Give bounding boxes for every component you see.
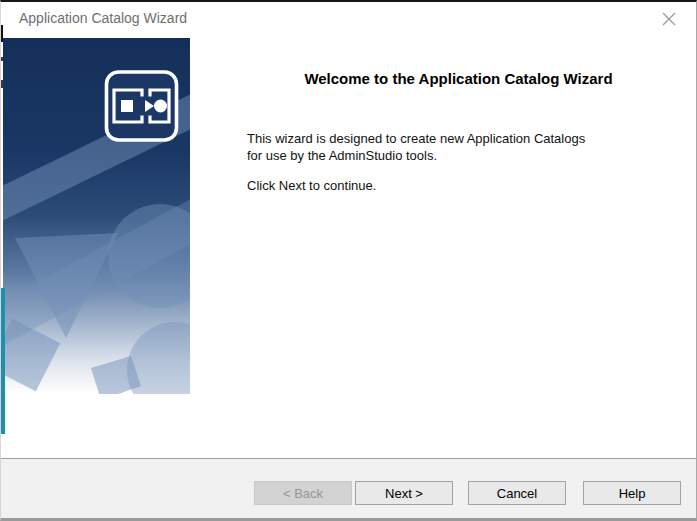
help-button[interactable]: Help — [583, 481, 681, 505]
window-title: Application Catalog Wizard — [19, 2, 187, 35]
next-button[interactable]: Next > — [355, 481, 453, 505]
left-edge-mark — [1, 80, 3, 88]
wizard-page-content: Welcome to the Application Catalog Wizar… — [190, 38, 696, 194]
application-catalog-conversion-icon — [107, 72, 177, 140]
description-line-1: This wizard is designed to create new Ap… — [247, 130, 670, 147]
wizard-description: This wizard is designed to create new Ap… — [247, 130, 670, 164]
cancel-button[interactable]: Cancel — [468, 481, 566, 505]
left-edge-mark — [1, 25, 3, 42]
left-edge-teal-strip — [1, 288, 5, 434]
description-line-2: for use by the AdminStudio tools. — [247, 147, 670, 164]
back-button: < Back — [254, 481, 352, 505]
title-bar[interactable]: Application Catalog Wizard — [1, 2, 696, 35]
instruction-text: Click Next to continue. — [247, 177, 670, 194]
left-edge-mark — [1, 57, 3, 61]
wizard-dialog: Application Catalog Wizard — [0, 0, 697, 521]
close-button[interactable] — [648, 2, 690, 35]
close-icon — [662, 12, 676, 26]
wizard-sidebar-artwork — [3, 38, 190, 394]
page-title: Welcome to the Application Catalog Wizar… — [247, 70, 670, 88]
sidebar-graphic — [3, 38, 190, 394]
